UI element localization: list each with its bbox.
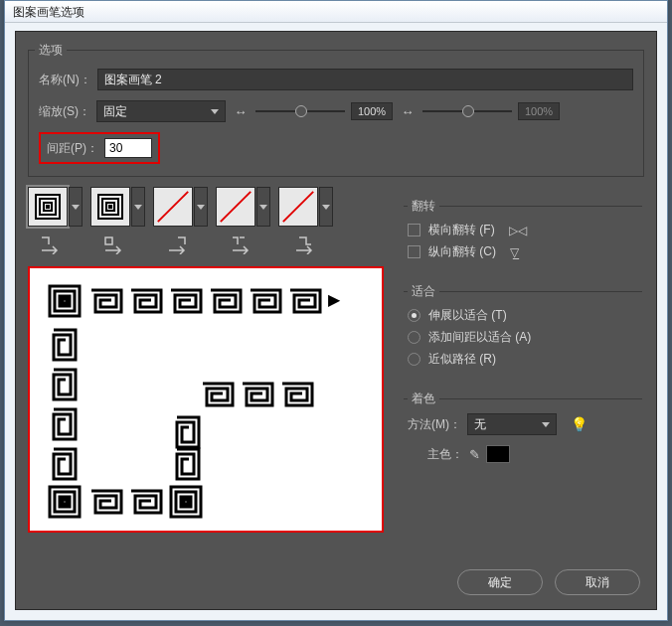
keycolor-swatch[interactable] <box>486 445 510 463</box>
flip-vertical-row[interactable]: 纵向翻转 (C) ▽̲ <box>408 243 638 260</box>
options-legend: 选项 <box>35 42 67 59</box>
scale-value-2: 100% <box>518 102 560 120</box>
fit-stretch-radio[interactable] <box>408 309 420 322</box>
tile-inner-corner[interactable] <box>153 187 208 227</box>
preview-area: ▶ <box>28 266 384 533</box>
scale-label: 缩放(S)： <box>39 103 90 120</box>
outer-corner-icon <box>101 233 129 256</box>
flip-horizontal-label: 横向翻转 (F) <box>428 222 495 238</box>
tile-outer-corner[interactable] <box>90 187 145 227</box>
titlebar: 图案画笔选项 <box>5 1 667 23</box>
name-input[interactable] <box>97 69 633 90</box>
spacing-label: 间距(P)： <box>47 140 98 157</box>
chevron-down-icon <box>72 205 80 210</box>
chevron-down-icon <box>134 205 142 210</box>
fit-stretch-row[interactable]: 伸展以适合 (T) <box>408 307 638 324</box>
fit-group: 适合 伸展以适合 (T) 添加间距以适合 (A) 近似路径 (R) <box>404 291 642 383</box>
spacing-row: 间距(P)： <box>39 132 633 164</box>
button-row: 确定 取消 <box>457 569 640 595</box>
colorize-legend: 着色 <box>408 391 439 407</box>
eyedropper-icon[interactable]: ✎ <box>469 447 480 462</box>
scale-slider-1[interactable] <box>255 110 345 112</box>
flip-h-icon[interactable]: ↔ <box>232 104 250 119</box>
chevron-down-icon <box>542 422 550 427</box>
flip-legend: 翻转 <box>408 198 439 215</box>
flip-group: 翻转 横向翻转 (F) ▷◁ 纵向翻转 (C) ▽̲ <box>404 206 642 275</box>
keycolor-label: 主色： <box>427 446 463 463</box>
window-title: 图案画笔选项 <box>13 5 84 19</box>
arrow-right-icon: ▶ <box>328 290 340 309</box>
flip-vertical-checkbox[interactable] <box>408 245 420 258</box>
flip-horizontal-row[interactable]: 横向翻转 (F) ▷◁ <box>408 222 638 238</box>
scale-slider-2 <box>422 110 512 112</box>
right-panel: 翻转 横向翻转 (F) ▷◁ 纵向翻转 (C) ▽̲ 适合 伸展以适合 (T) <box>404 206 642 483</box>
method-label: 方法(M)： <box>408 416 461 433</box>
fit-addspace-radio[interactable] <box>408 331 420 344</box>
flip-vertical-label: 纵向翻转 (C) <box>428 243 496 260</box>
scale-mode-select[interactable]: 固定 <box>96 100 226 122</box>
colorize-group: 着色 方法(M)： 无 💡 主色： ✎ <box>404 398 642 483</box>
flip-h-icon-2[interactable]: ↔ <box>399 104 417 119</box>
scale-row: 缩放(S)： 固定 ↔ 100% ↔ 100% <box>39 100 633 122</box>
dialog-body: 选项 名称(N)： 缩放(S)： 固定 ↔ 100% ↔ <box>15 31 657 610</box>
fit-addspace-row[interactable]: 添加间距以适合 (A) <box>408 329 638 346</box>
svg-line-2 <box>283 192 313 222</box>
cancel-button[interactable]: 取消 <box>555 569 640 595</box>
chevron-down-icon <box>211 109 219 114</box>
end-tile-icon <box>292 233 320 256</box>
spacing-input[interactable] <box>104 138 152 158</box>
tips-icon[interactable]: 💡 <box>571 416 588 432</box>
fit-approx-row[interactable]: 近似路径 (R) <box>408 351 638 368</box>
dialog-window: 图案画笔选项 选项 名称(N)： 缩放(S)： 固定 ↔ 100% ↔ <box>4 0 668 621</box>
options-fieldset: 选项 名称(N)： 缩放(S)： 固定 ↔ 100% ↔ <box>28 50 644 177</box>
fit-addspace-label: 添加间距以适合 (A) <box>428 329 531 346</box>
name-label: 名称(N)： <box>39 72 91 88</box>
method-row: 方法(M)： 无 💡 <box>408 413 638 435</box>
flip-horizontal-icon: ▷◁ <box>509 224 527 237</box>
scale-value-1[interactable]: 100% <box>351 102 393 120</box>
method-select[interactable]: 无 <box>467 413 557 435</box>
chevron-down-icon <box>322 205 330 210</box>
fit-approx-label: 近似路径 (R) <box>428 351 496 368</box>
spacing-highlight: 间距(P)： <box>39 132 160 164</box>
flip-horizontal-checkbox[interactable] <box>408 224 420 236</box>
fit-stretch-label: 伸展以适合 (T) <box>428 307 507 324</box>
keycolor-row: 主色： ✎ <box>427 445 638 463</box>
fit-legend: 适合 <box>408 283 439 300</box>
tile-start[interactable] <box>216 187 270 227</box>
svg-line-0 <box>158 192 188 222</box>
tile-end[interactable] <box>278 187 333 227</box>
name-row: 名称(N)： <box>39 69 633 90</box>
svg-line-1 <box>221 192 251 222</box>
ok-button[interactable]: 确定 <box>457 569 543 595</box>
tile-side[interactable] <box>28 187 83 227</box>
start-tile-icon <box>229 233 256 256</box>
fit-approx-radio[interactable] <box>408 353 420 366</box>
inner-corner-icon <box>165 233 193 256</box>
method-value: 无 <box>474 416 486 433</box>
flip-vertical-icon: ▽̲ <box>510 245 519 259</box>
chevron-down-icon <box>259 205 267 210</box>
scale-mode-value: 固定 <box>103 103 127 120</box>
chevron-down-icon <box>197 205 205 210</box>
side-tile-icon <box>38 233 66 256</box>
